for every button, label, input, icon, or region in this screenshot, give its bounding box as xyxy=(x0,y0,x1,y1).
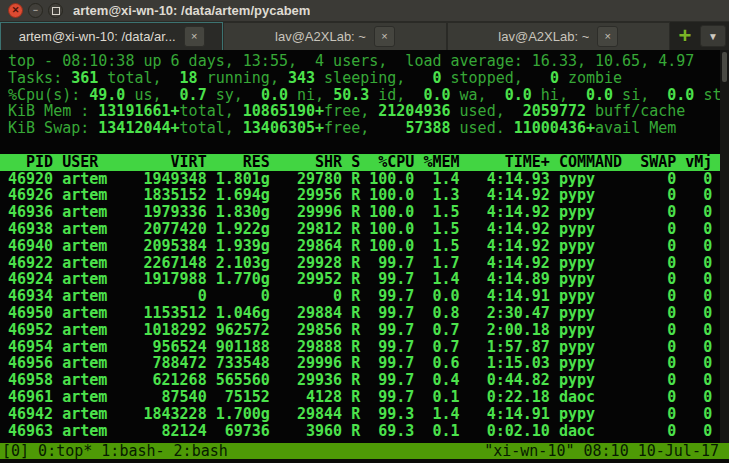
maximize-window-icon[interactable] xyxy=(48,3,63,18)
process-row: 46952 artem 1018292 962572 29856 R 99.7 … xyxy=(8,322,729,339)
process-row: 46938 artem 2077420 1.922g 29812 R 100.0… xyxy=(8,221,729,238)
terminal-window: ✕ − artem@xi-wn-10: /data/artem/pycabem … xyxy=(0,0,729,463)
process-row: 46920 artem 1949348 1.801g 29780 R 100.0… xyxy=(8,171,729,188)
tab-close-icon[interactable]: × xyxy=(184,26,205,47)
tmux-window-list: [0] 0:top* 1:bash- 2:bash xyxy=(2,443,228,459)
scrollbar-thumb[interactable] xyxy=(722,52,727,82)
top-summary-line: KiB Mem : 13191661+total, 10865190+free,… xyxy=(8,103,729,120)
process-row: 46954 artem 956524 901188 29888 R 99.7 0… xyxy=(8,339,729,356)
close-window-icon[interactable]: ✕ xyxy=(8,3,23,18)
top-output: top - 08:10:38 up 6 days, 13:55, 4 users… xyxy=(8,53,729,439)
process-row: 46936 artem 1979336 1.830g 29996 R 100.0… xyxy=(8,204,729,221)
tmux-host-clock: "xi-wn-10" 08:10 10-Jul-17 xyxy=(484,443,719,459)
process-row: 46961 artem 87540 75152 4128 R 99.7 0.1 … xyxy=(8,389,729,406)
tab-label: lav@A2XLab: ~ xyxy=(498,29,589,44)
titlebar: ✕ − artem@xi-wn-10: /data/artem/pycabem xyxy=(0,0,729,22)
top-summary-line: Tasks: 361 total, 18 running, 343 sleepi… xyxy=(8,70,729,87)
scrollbar[interactable] xyxy=(720,50,729,443)
process-row: 46942 artem 1843228 1.700g 29844 R 99.3 … xyxy=(8,406,729,423)
process-row: 46922 artem 2267148 2.103g 29928 R 99.7 … xyxy=(8,255,729,272)
process-row: 46963 artem 82124 69736 3960 R 69.3 0.1 … xyxy=(8,423,729,440)
process-row: 46950 artem 1153512 1.046g 29884 R 99.7 … xyxy=(8,305,729,322)
process-row: 46926 artem 1835152 1.694g 29956 R 100.0… xyxy=(8,187,729,204)
tab-label: artem@xi-wn-10: /data/ar... xyxy=(19,29,176,44)
tab-terminal-1[interactable]: artem@xi-wn-10: /data/ar... × xyxy=(0,22,223,50)
tab-bar: artem@xi-wn-10: /data/ar... × lav@A2XLab… xyxy=(0,22,729,50)
process-row: 46958 artem 621268 565560 29936 R 99.7 0… xyxy=(8,372,729,389)
process-row: 46924 artem 1917988 1.770g 29952 R 99.7 … xyxy=(8,271,729,288)
top-summary-line: top - 08:10:38 up 6 days, 13:55, 4 users… xyxy=(8,53,729,70)
window-controls: ✕ − xyxy=(8,3,63,18)
top-summary-line: %Cpu(s): 49.0 us, 0.7 sy, 0.0 ni, 50.3 i… xyxy=(8,87,729,104)
tab-list-chevron-down-icon[interactable]: ▼ xyxy=(700,25,726,47)
tab-terminal-3[interactable]: lav@A2XLab: ~ × xyxy=(447,22,670,50)
process-table-header: PID USER VIRT RES SHR S %CPU %MEM TIME+ … xyxy=(0,154,720,171)
minimize-window-icon[interactable]: − xyxy=(28,3,43,18)
top-summary-line: KiB Swap: 13412044+total, 13406305+free,… xyxy=(8,120,729,137)
window-title: artem@xi-wn-10: /data/artem/pycabem xyxy=(73,3,310,18)
process-row: 46956 artem 788472 733548 29996 R 99.7 0… xyxy=(8,355,729,372)
tmux-status-bar: [0] 0:top* 1:bash- 2:bash "xi-wn-10" 08:… xyxy=(0,443,729,459)
bottom-strip xyxy=(0,459,729,463)
terminal-screen[interactable]: top - 08:10:38 up 6 days, 13:55, 4 users… xyxy=(0,50,729,443)
process-row: 46940 artem 2095384 1.939g 29864 R 100.0… xyxy=(8,238,729,255)
tab-terminal-2[interactable]: lav@A2XLab: ~ × xyxy=(223,22,446,50)
tab-label: lav@A2XLab: ~ xyxy=(275,29,366,44)
process-row: 46934 artem 0 0 0 R 99.7 0.0 4:14.91 pyp… xyxy=(8,288,729,305)
maximize-glyph xyxy=(52,7,60,15)
new-tab-plus-icon[interactable]: + xyxy=(670,22,700,50)
tab-close-icon[interactable]: × xyxy=(374,26,395,47)
blank-line xyxy=(8,137,729,154)
tab-close-icon[interactable]: × xyxy=(597,26,618,47)
